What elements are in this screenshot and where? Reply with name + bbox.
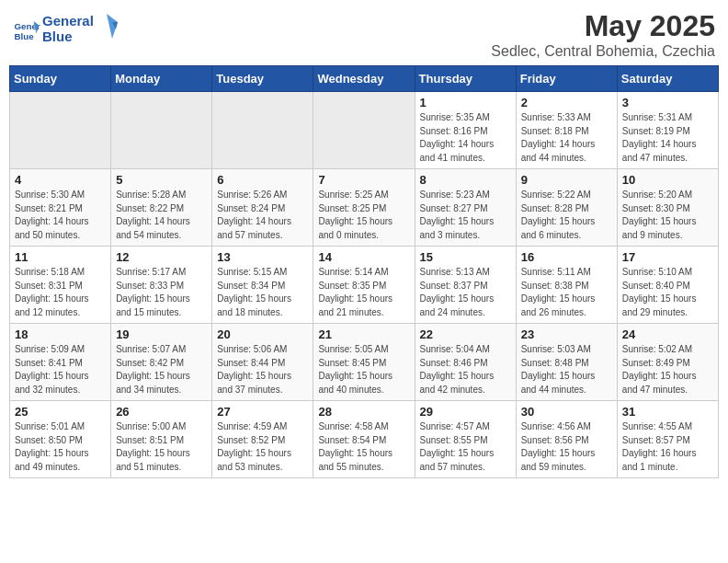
day-info: Sunrise: 5:25 AM Sunset: 8:25 PM Dayligh… xyxy=(318,189,409,242)
day-number: 20 xyxy=(217,327,308,341)
day-info: Sunrise: 5:15 AM Sunset: 8:34 PM Dayligh… xyxy=(217,266,308,319)
page-header: General Blue General Blue May 2025 Sedle… xyxy=(9,9,719,60)
calendar-cell: 9Sunrise: 5:22 AM Sunset: 8:28 PM Daylig… xyxy=(516,169,617,247)
day-info: Sunrise: 5:33 AM Sunset: 8:18 PM Dayligh… xyxy=(521,111,612,165)
calendar-cell xyxy=(313,92,415,169)
calendar-cell: 31Sunrise: 4:55 AM Sunset: 8:57 PM Dayli… xyxy=(617,401,718,478)
day-number: 25 xyxy=(15,405,106,419)
day-number: 18 xyxy=(15,327,106,341)
calendar-week-4: 18Sunrise: 5:09 AM Sunset: 8:41 PM Dayli… xyxy=(10,324,719,401)
calendar-cell: 15Sunrise: 5:13 AM Sunset: 8:37 PM Dayli… xyxy=(415,247,516,324)
calendar-cell: 14Sunrise: 5:14 AM Sunset: 8:35 PM Dayli… xyxy=(313,247,415,324)
day-info: Sunrise: 5:23 AM Sunset: 8:27 PM Dayligh… xyxy=(420,189,511,242)
day-info: Sunrise: 5:11 AM Sunset: 8:38 PM Dayligh… xyxy=(521,266,612,319)
day-info: Sunrise: 5:02 AM Sunset: 8:49 PM Dayligh… xyxy=(622,343,713,396)
calendar-cell xyxy=(111,92,212,169)
day-info: Sunrise: 5:17 AM Sunset: 8:33 PM Dayligh… xyxy=(116,266,207,319)
day-info: Sunrise: 5:01 AM Sunset: 8:50 PM Dayligh… xyxy=(15,420,106,474)
calendar-cell: 19Sunrise: 5:07 AM Sunset: 8:42 PM Dayli… xyxy=(111,324,212,401)
day-number: 19 xyxy=(116,327,207,341)
day-number: 30 xyxy=(521,405,612,419)
day-info: Sunrise: 5:26 AM Sunset: 8:24 PM Dayligh… xyxy=(217,189,308,242)
day-number: 12 xyxy=(116,250,207,264)
day-info: Sunrise: 5:14 AM Sunset: 8:35 PM Dayligh… xyxy=(318,266,409,319)
calendar-cell: 21Sunrise: 5:05 AM Sunset: 8:45 PM Dayli… xyxy=(313,324,415,401)
weekday-header-tuesday: Tuesday xyxy=(212,66,313,92)
calendar-cell: 24Sunrise: 5:02 AM Sunset: 8:49 PM Dayli… xyxy=(617,324,718,401)
svg-text:General: General xyxy=(42,13,94,29)
title-block: May 2025 Sedlec, Central Bohemia, Czechi… xyxy=(491,9,715,60)
day-number: 10 xyxy=(622,173,713,187)
day-number: 28 xyxy=(318,405,409,419)
day-info: Sunrise: 5:31 AM Sunset: 8:19 PM Dayligh… xyxy=(622,111,713,165)
day-number: 1 xyxy=(420,96,511,109)
svg-text:Blue: Blue xyxy=(15,31,35,41)
day-number: 13 xyxy=(217,250,308,264)
calendar-cell xyxy=(10,92,111,169)
day-number: 29 xyxy=(420,405,511,419)
calendar-cell: 4Sunrise: 5:30 AM Sunset: 8:21 PM Daylig… xyxy=(10,169,111,247)
calendar-cell: 17Sunrise: 5:10 AM Sunset: 8:40 PM Dayli… xyxy=(617,247,718,324)
calendar-cell xyxy=(212,92,313,169)
weekday-header-monday: Monday xyxy=(111,66,212,92)
day-number: 5 xyxy=(116,173,207,187)
day-number: 11 xyxy=(15,250,106,264)
day-info: Sunrise: 4:56 AM Sunset: 8:56 PM Dayligh… xyxy=(521,420,612,474)
logo-icon: General Blue xyxy=(13,16,40,43)
calendar-cell: 6Sunrise: 5:26 AM Sunset: 8:24 PM Daylig… xyxy=(212,169,313,247)
calendar-cell: 27Sunrise: 4:59 AM Sunset: 8:52 PM Dayli… xyxy=(212,401,313,478)
day-info: Sunrise: 5:06 AM Sunset: 8:44 PM Dayligh… xyxy=(217,343,308,396)
calendar-table: SundayMondayTuesdayWednesdayThursdayFrid… xyxy=(9,65,719,478)
day-info: Sunrise: 5:07 AM Sunset: 8:42 PM Dayligh… xyxy=(116,343,207,396)
weekday-header-row: SundayMondayTuesdayWednesdayThursdayFrid… xyxy=(10,66,719,92)
day-info: Sunrise: 5:35 AM Sunset: 8:16 PM Dayligh… xyxy=(420,111,511,165)
calendar-cell: 25Sunrise: 5:01 AM Sunset: 8:50 PM Dayli… xyxy=(10,401,111,478)
calendar-cell: 28Sunrise: 4:58 AM Sunset: 8:54 PM Dayli… xyxy=(313,401,415,478)
day-number: 22 xyxy=(420,327,511,341)
day-number: 6 xyxy=(217,173,308,187)
calendar-cell: 26Sunrise: 5:00 AM Sunset: 8:51 PM Dayli… xyxy=(111,401,212,478)
calendar-cell: 18Sunrise: 5:09 AM Sunset: 8:41 PM Dayli… xyxy=(10,324,111,401)
calendar-body: 1Sunrise: 5:35 AM Sunset: 8:16 PM Daylig… xyxy=(10,92,719,478)
day-number: 27 xyxy=(217,405,308,419)
day-number: 17 xyxy=(622,250,713,264)
day-info: Sunrise: 5:13 AM Sunset: 8:37 PM Dayligh… xyxy=(420,266,511,319)
weekday-header-friday: Friday xyxy=(516,66,617,92)
svg-text:Blue: Blue xyxy=(42,29,73,44)
weekday-header-sunday: Sunday xyxy=(10,66,111,92)
calendar-cell: 13Sunrise: 5:15 AM Sunset: 8:34 PM Dayli… xyxy=(212,247,313,324)
day-info: Sunrise: 4:57 AM Sunset: 8:55 PM Dayligh… xyxy=(420,420,511,474)
calendar-cell: 23Sunrise: 5:03 AM Sunset: 8:48 PM Dayli… xyxy=(516,324,617,401)
logo: General Blue General Blue xyxy=(13,9,125,50)
day-info: Sunrise: 5:00 AM Sunset: 8:51 PM Dayligh… xyxy=(116,420,207,474)
calendar-cell: 20Sunrise: 5:06 AM Sunset: 8:44 PM Dayli… xyxy=(212,324,313,401)
day-info: Sunrise: 5:22 AM Sunset: 8:28 PM Dayligh… xyxy=(521,189,612,242)
calendar-cell: 16Sunrise: 5:11 AM Sunset: 8:38 PM Dayli… xyxy=(516,247,617,324)
calendar-cell: 12Sunrise: 5:17 AM Sunset: 8:33 PM Dayli… xyxy=(111,247,212,324)
weekday-header-wednesday: Wednesday xyxy=(313,66,415,92)
day-number: 3 xyxy=(622,96,713,109)
day-info: Sunrise: 5:18 AM Sunset: 8:31 PM Dayligh… xyxy=(15,266,106,319)
calendar-cell: 1Sunrise: 5:35 AM Sunset: 8:16 PM Daylig… xyxy=(415,92,516,169)
calendar-cell: 5Sunrise: 5:28 AM Sunset: 8:22 PM Daylig… xyxy=(111,169,212,247)
day-info: Sunrise: 5:20 AM Sunset: 8:30 PM Dayligh… xyxy=(622,189,713,242)
day-info: Sunrise: 5:28 AM Sunset: 8:22 PM Dayligh… xyxy=(116,189,207,242)
day-info: Sunrise: 5:09 AM Sunset: 8:41 PM Dayligh… xyxy=(15,343,106,396)
day-number: 15 xyxy=(420,250,511,264)
day-number: 4 xyxy=(15,173,106,187)
calendar-cell: 30Sunrise: 4:56 AM Sunset: 8:56 PM Dayli… xyxy=(516,401,617,478)
month-title: May 2025 xyxy=(491,9,715,43)
day-number: 7 xyxy=(318,173,409,187)
calendar-week-1: 1Sunrise: 5:35 AM Sunset: 8:16 PM Daylig… xyxy=(10,92,719,169)
day-info: Sunrise: 5:10 AM Sunset: 8:40 PM Dayligh… xyxy=(622,266,713,319)
calendar-cell: 3Sunrise: 5:31 AM Sunset: 8:19 PM Daylig… xyxy=(617,92,718,169)
weekday-header-thursday: Thursday xyxy=(415,66,516,92)
day-number: 14 xyxy=(318,250,409,264)
calendar-week-3: 11Sunrise: 5:18 AM Sunset: 8:31 PM Dayli… xyxy=(10,247,719,324)
calendar-week-2: 4Sunrise: 5:30 AM Sunset: 8:21 PM Daylig… xyxy=(10,169,719,247)
logo-text: General Blue xyxy=(42,9,125,50)
calendar-cell: 22Sunrise: 5:04 AM Sunset: 8:46 PM Dayli… xyxy=(415,324,516,401)
day-number: 24 xyxy=(622,327,713,341)
day-number: 21 xyxy=(318,327,409,341)
day-number: 16 xyxy=(521,250,612,264)
